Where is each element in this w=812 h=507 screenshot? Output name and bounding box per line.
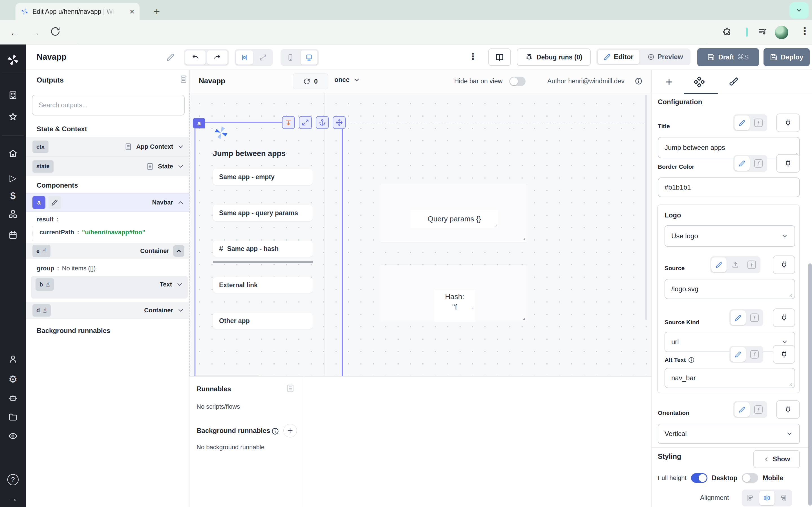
align-right-button[interactable]	[776, 491, 791, 505]
fullwidth-layout-button[interactable]	[254, 50, 272, 65]
component-row-container-e[interactable]: e☝ Container	[26, 243, 190, 259]
info-icon[interactable]	[635, 77, 643, 85]
border-color-input[interactable]: #b1b1b1	[658, 177, 800, 197]
connect-button[interactable]	[773, 308, 795, 327]
sidebar-item-schedules[interactable]	[8, 230, 18, 240]
query-params-container[interactable]: Query params {}	[381, 184, 527, 242]
chevron-down-icon[interactable]	[177, 143, 185, 151]
component-settings-tab[interactable]	[694, 76, 705, 87]
run-mode-select[interactable]: once	[335, 76, 360, 83]
connect-button[interactable]	[773, 256, 795, 274]
redo-button[interactable]	[207, 50, 228, 65]
desktop-view-button[interactable]	[300, 50, 318, 65]
sidebar-item-folders[interactable]	[8, 412, 18, 421]
align-left-button[interactable]	[743, 491, 758, 505]
output-row-state[interactable]: state State	[26, 157, 190, 176]
sidebar-item-help[interactable]: ?	[0, 474, 26, 485]
move-component-button[interactable]	[333, 116, 346, 129]
logo-select[interactable]: Use logo	[665, 225, 795, 247]
hash-text[interactable]: Hash: "f	[434, 290, 475, 322]
media-queue-icon[interactable]	[758, 27, 767, 37]
nav-item-same-app-empty[interactable]: Same app - empty	[213, 169, 313, 185]
connect-button[interactable]	[776, 400, 800, 419]
tab-close-icon[interactable]: ×	[130, 7, 135, 16]
nav-item-query-params[interactable]: Same app - query params	[213, 205, 313, 221]
align-center-button[interactable]	[759, 491, 774, 505]
doc-icon[interactable]	[124, 143, 132, 151]
static-mode-button[interactable]	[734, 115, 750, 130]
sidebar-item-workspace[interactable]	[8, 91, 18, 100]
orientation-select[interactable]: Vertical	[658, 424, 800, 444]
reload-icon[interactable]	[50, 26, 60, 37]
chevron-down-icon[interactable]	[177, 163, 185, 170]
avatar[interactable]	[775, 25, 788, 39]
back-icon[interactable]: ←	[10, 27, 19, 38]
fullscreen-component-button[interactable]	[299, 116, 312, 129]
add-component-tab[interactable]	[664, 77, 674, 87]
sidebar-item-home[interactable]	[8, 149, 18, 158]
sidebar-item-workers[interactable]	[8, 393, 18, 402]
search-outputs-input[interactable]	[32, 95, 185, 115]
nav-item-hash[interactable]: #Same app - hash	[213, 240, 313, 257]
hash-container[interactable]: Hash: "f	[381, 265, 527, 322]
chevron-down-icon[interactable]	[177, 307, 185, 314]
sidebar-item-favorites[interactable]	[8, 112, 18, 122]
runnables-doc-icon[interactable]	[286, 384, 295, 393]
selected-component-badge[interactable]: a	[193, 118, 205, 128]
currentpath-entry[interactable]: currentPath:"u/henri/navapp#foo"	[40, 229, 145, 236]
edit-component-id-button[interactable]	[48, 196, 61, 209]
forward-icon[interactable]: →	[31, 27, 40, 38]
sidebar-expand-icon[interactable]: →	[0, 493, 26, 504]
tab-editor[interactable]: Editor	[598, 50, 640, 64]
sidebar-item-resources[interactable]	[8, 209, 18, 219]
tab-search-button[interactable]	[790, 2, 809, 18]
nav-item-external-link[interactable]: External link	[213, 277, 313, 293]
doc-icon[interactable]	[146, 163, 154, 170]
canvas-scrollbar[interactable]	[645, 95, 647, 320]
fx-mode-button[interactable]: ƒ	[747, 347, 762, 362]
outputs-doc-icon[interactable]	[179, 75, 188, 83]
tab-preview[interactable]: Preview	[641, 50, 689, 64]
static-mode-button[interactable]	[711, 258, 726, 272]
component-row-container-d[interactable]: d☝ Container	[26, 302, 190, 319]
rename-app-icon[interactable]	[166, 53, 175, 61]
fx-mode-button[interactable]: ƒ	[751, 402, 766, 417]
config-scrollbar[interactable]	[808, 263, 812, 506]
connect-button[interactable]	[776, 154, 800, 173]
extensions-icon[interactable]	[722, 27, 732, 37]
source-input[interactable]: /logo.svg	[665, 279, 795, 299]
expand-down-button[interactable]	[282, 116, 295, 129]
upload-button[interactable]	[728, 258, 743, 272]
undo-button[interactable]	[185, 50, 206, 65]
mobile-view-button[interactable]	[282, 50, 299, 65]
styling-show-button[interactable]: Show	[753, 450, 800, 468]
resize-corner-icon[interactable]	[520, 316, 525, 321]
fx-mode-button[interactable]: ƒ	[751, 156, 766, 171]
sidebar-item-settings[interactable]: ⚙	[0, 374, 26, 385]
resize-corner-icon[interactable]	[492, 222, 497, 227]
output-row-ctx[interactable]: ctx App Context	[26, 137, 190, 157]
connect-button[interactable]	[773, 345, 795, 363]
debug-runs-button[interactable]: Debug runs (0)	[517, 48, 591, 66]
styling-tab[interactable]	[728, 76, 739, 87]
sidebar-item-runs[interactable]: ▷	[0, 173, 26, 183]
sidebar-item-users[interactable]	[8, 354, 18, 364]
desktop-mobile-toggle[interactable]	[742, 473, 758, 483]
browser-menu-icon[interactable]: ⋮	[800, 25, 810, 37]
refresh-count-button[interactable]: 0	[293, 73, 328, 89]
static-mode-button[interactable]	[734, 402, 750, 417]
add-background-runnable-button[interactable]	[283, 424, 297, 438]
connect-button[interactable]	[776, 114, 800, 132]
info-icon[interactable]	[688, 356, 695, 363]
alt-text-input[interactable]: nav_bar	[665, 368, 795, 388]
center-layout-button[interactable]	[236, 50, 253, 65]
windmill-logo-icon[interactable]	[6, 54, 19, 66]
sidebar-item-variables[interactable]: $	[0, 190, 26, 201]
fx-mode-button[interactable]: ƒ	[751, 115, 766, 130]
nav-item-other-app[interactable]: Other app	[213, 313, 313, 329]
query-params-text[interactable]: Query params {}	[410, 210, 498, 228]
component-row-navbar[interactable]: a Navbar	[26, 193, 190, 212]
chevron-down-icon[interactable]	[176, 281, 183, 288]
fx-mode-button[interactable]: ƒ	[744, 258, 759, 272]
info-icon[interactable]	[271, 427, 279, 435]
